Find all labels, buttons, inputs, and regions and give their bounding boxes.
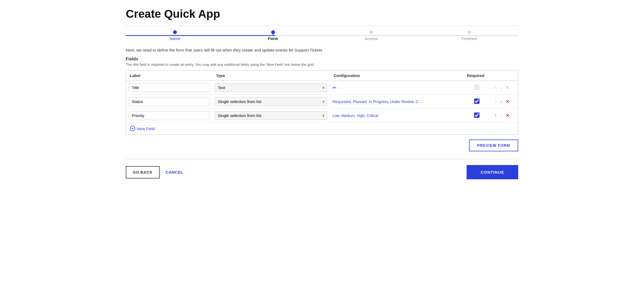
new-field-row: + New Field [126, 123, 518, 135]
status-type-select[interactable]: Single selection from list [215, 97, 327, 106]
table-row: Single selection from list Requested, Pl… [126, 95, 518, 109]
field-label-cell [126, 109, 212, 123]
col-header-configuration: Configuration [330, 71, 463, 81]
field-required-cell-title [463, 81, 491, 95]
step-dot-name [173, 30, 177, 34]
col-header-actions [491, 71, 518, 81]
col-header-label: Label [126, 71, 212, 81]
priority-type-select[interactable]: Single selection from list [215, 111, 327, 120]
step-finished: Finished [420, 30, 518, 41]
field-config-cell-status: Requested, Planned, In Progress, Under R… [330, 95, 463, 109]
title-delete-btn: ✕ [504, 84, 511, 91]
preview-form-button[interactable]: PREVIEW FORM [469, 140, 518, 151]
step-form: Form [224, 30, 322, 41]
status-move-up-btn[interactable]: ↑ [493, 98, 498, 105]
priority-move-down-btn[interactable]: ↓ [499, 112, 504, 119]
priority-type-select-wrapper: Single selection from list [215, 111, 327, 120]
page-title: Create Quick App [126, 8, 518, 20]
title-edit-icon[interactable]: ✏ [332, 85, 337, 90]
step-label-name: Name [169, 36, 180, 41]
col-header-type: Type [212, 71, 330, 81]
continue-button[interactable]: CONTINUE [467, 165, 518, 179]
title-actions: ↑ ↓ ✕ [493, 84, 515, 91]
priority-label-input[interactable] [129, 111, 209, 120]
step-dot-access [369, 30, 373, 34]
field-config-cell-priority: Low, Medium, High, Critical [330, 109, 463, 123]
priority-delete-btn[interactable]: ✕ [504, 112, 511, 119]
fields-heading: Fields [126, 57, 518, 61]
priority-actions: ↑ ↓ ✕ [493, 112, 515, 119]
table-row: Text ✏ ↑ ↓ ✕ [126, 81, 518, 95]
priority-required-checkbox[interactable] [474, 112, 480, 118]
step-label-access: Access [364, 36, 377, 41]
step-dot-finished [467, 30, 471, 34]
field-label-cell [126, 81, 212, 95]
step-label-form: Form [268, 36, 278, 41]
col-header-required: Required [463, 71, 491, 81]
status-required-checkbox[interactable] [474, 98, 480, 104]
field-actions-cell-status: ↑ ↓ ✕ [491, 95, 518, 109]
field-config-cell-title: ✏ [330, 81, 463, 95]
title-label-input[interactable] [129, 83, 209, 92]
new-field-cell: + New Field [126, 123, 518, 135]
step-triangle-form [271, 32, 275, 35]
status-label-input[interactable] [129, 97, 209, 106]
footer: GO BACK CANCEL CONTINUE [126, 159, 518, 187]
status-type-select-wrapper: Single selection from list [215, 97, 327, 106]
go-back-button[interactable]: GO BACK [126, 166, 160, 178]
stepper-steps: Name Form Access Finished [126, 30, 518, 41]
stepper: Name Form Access Finished [126, 25, 518, 43]
field-required-cell-priority [463, 109, 491, 123]
step-access: Access [322, 30, 420, 41]
status-config-link[interactable]: Requested, Planned, In Progress, Under R… [332, 100, 421, 104]
field-label-cell [126, 95, 212, 109]
fields-table: Label Type Configuration Required Text [126, 70, 518, 135]
step-label-finished: Finished [461, 36, 477, 41]
field-type-cell: Single selection from list [212, 95, 330, 109]
field-actions-cell-title: ↑ ↓ ✕ [491, 81, 518, 95]
field-required-cell-status [463, 95, 491, 109]
step-name: Name [126, 30, 224, 41]
field-type-cell: Text [212, 81, 330, 95]
form-description: Next, we need to define the form that us… [126, 48, 518, 52]
title-move-down-btn[interactable]: ↓ [499, 85, 504, 91]
field-actions-cell-priority: ↑ ↓ ✕ [491, 109, 518, 123]
priority-move-up-btn[interactable]: ↑ [493, 112, 498, 119]
title-type-select[interactable]: Text [215, 83, 327, 92]
table-row: Single selection from list Low, Medium, … [126, 109, 518, 123]
plus-icon: + [130, 126, 135, 131]
fields-subtext: The title field is required to create an… [126, 63, 518, 67]
title-required-checkbox [474, 85, 480, 90]
preview-row: PREVIEW FORM [126, 135, 518, 151]
priority-config-link[interactable]: Low, Medium, High, Critical [332, 114, 378, 118]
cancel-button[interactable]: CANCEL [164, 168, 184, 177]
title-move-up-btn[interactable]: ↑ [493, 85, 498, 91]
new-field-link[interactable]: + New Field [130, 126, 514, 131]
new-field-label: New Field [137, 126, 155, 131]
status-move-down-btn[interactable]: ↓ [499, 98, 504, 105]
footer-left: GO BACK CANCEL [126, 166, 184, 178]
status-actions: ↑ ↓ ✕ [493, 98, 515, 105]
title-type-select-wrapper: Text [215, 83, 327, 92]
status-delete-btn[interactable]: ✕ [504, 98, 511, 105]
field-type-cell: Single selection from list [212, 109, 330, 123]
